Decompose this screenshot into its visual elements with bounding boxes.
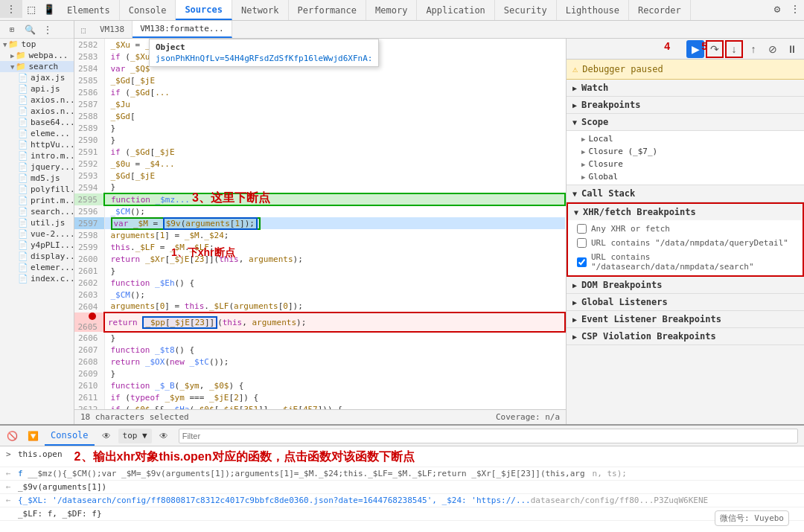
tree-item-webpa[interactable]: ▶ 📁 webpa... <box>0 50 74 61</box>
console-filter-btn[interactable]: 👁 <box>155 427 173 445</box>
section-csp-violation[interactable]: ▶ CSP Violation Breakpoints <box>567 328 804 345</box>
tree-item-print[interactable]: 📄 print.m... <box>0 195 74 206</box>
scope-global-arrow: ▶ <box>581 173 585 181</box>
scope-local-label: Local <box>588 134 613 144</box>
file-tab-vm138-fmt[interactable]: VM138:formatte... <box>133 21 232 38</box>
tree-item-axios1[interactable]: 📄 axios.n... <box>0 94 74 106</box>
scope-local[interactable]: ▶ Local <box>567 132 804 145</box>
tree-item-ajax[interactable]: 📄 ajax.js <box>0 72 74 83</box>
tree-item-search[interactable]: ▼ 📁 search <box>0 61 74 72</box>
sidebar-toggle-btn[interactable]: ⊞ <box>3 21 21 39</box>
scope-global[interactable]: ▶ Global <box>567 170 804 183</box>
tab-security[interactable]: Security <box>495 0 557 20</box>
sidebar-more-btn[interactable]: ⋮ <box>39 21 57 39</box>
device-btn[interactable]: 📱 <box>40 0 58 18</box>
xhr-section-header[interactable]: ▼ XHR/fetch Breakpoints <box>568 204 803 220</box>
tab-recorder[interactable]: Recorder <box>629 0 691 20</box>
tree-item-eleme[interactable]: 📄 eleme... <box>0 128 74 139</box>
step-into-btn[interactable]: ↓ <box>725 40 743 58</box>
tab-application[interactable]: Application <box>417 0 494 20</box>
watch-arrow: ▶ <box>572 84 577 92</box>
settings-btn[interactable]: ⚙ <box>768 0 786 18</box>
section-breakpoints-label: Breakpoints <box>581 100 640 110</box>
section-breakpoints[interactable]: ▶ Breakpoints <box>567 97 804 114</box>
tree-item-indexc[interactable]: 📄 index.c... <box>0 273 74 284</box>
dom-bp-label: DOM Breakpoints <box>581 280 662 290</box>
console-context-selector[interactable]: top ▼ <box>118 429 152 443</box>
section-callstack[interactable]: ▼ Call Stack <box>567 185 804 202</box>
devtools-menu-btn[interactable]: ⋮ <box>0 0 22 18</box>
file-tab-vm138[interactable]: VM138 <box>92 21 133 38</box>
xhr-search-checkbox[interactable] <box>577 257 587 267</box>
console-result4: _$LF: f, _$DF: f} <box>0 507 804 521</box>
deactivate-btn[interactable]: ⊘ <box>764 40 782 58</box>
sidebar-search-btn[interactable]: 🔍 <box>21 21 39 39</box>
tree-item-util[interactable]: 📄 util.js <box>0 217 74 228</box>
console-filter-toggle[interactable]: 🔽 <box>24 427 42 445</box>
console-step2-annotation: > this.open 2、输出xhr对象this.open对应的函数，点击函数… <box>0 448 804 467</box>
tree-item-search-file[interactable]: 📄 search... <box>0 206 74 217</box>
tab-lighthouse[interactable]: Lighthouse <box>557 0 629 20</box>
console-result2: ← _$9v(arguments[1]) <box>0 481 804 494</box>
code-line-2605: 2605 return _$pp[_$jE[23]](this, argumen… <box>74 313 565 332</box>
tab-elements[interactable]: Elements <box>58 0 120 20</box>
section-global-listeners[interactable]: ▶ Global Listeners <box>567 294 804 311</box>
step-over-btn[interactable]: ↷ <box>706 40 724 58</box>
section-dom-breakpoints[interactable]: ▶ DOM Breakpoints <box>567 277 804 294</box>
code-line-2609: 2609 } <box>74 368 565 379</box>
section-event-listeners[interactable]: ▶ Event Listener Breakpoints <box>567 311 804 328</box>
tree-item-y4p[interactable]: 📄 y4pPLI... <box>0 240 74 251</box>
code-line-2603: 2603 _$CM(); <box>74 289 565 301</box>
more-btn[interactable]: ⋮ <box>786 0 804 18</box>
tree-item-intro[interactable]: 📄 intro.m... <box>0 150 74 161</box>
tab-sources[interactable]: Sources <box>176 0 232 20</box>
code-line-2590: 2590 } <box>74 134 565 146</box>
inspect-btn[interactable]: ⬚ <box>22 0 40 18</box>
section-scope[interactable]: ▼ Scope <box>567 114 804 131</box>
code-content[interactable]: 2582 _$Xu = _$Gd[_$... 2583 if (_$Xu && … <box>74 39 566 409</box>
file-nav-left[interactable]: ⬚ <box>74 21 92 39</box>
console-clear-btn[interactable]: 🚫 <box>3 427 21 445</box>
tab-performance[interactable]: Performance <box>289 0 366 20</box>
xhr-any-checkbox[interactable] <box>577 224 587 234</box>
code-line-2606: 2606 } <box>74 332 565 344</box>
debugger-paused-notice: ⚠ Debugger paused <box>567 60 804 80</box>
pause-exception-btn[interactable]: ⏸ <box>783 40 801 58</box>
console-left-arrow2: ← <box>6 482 15 492</box>
tab-network[interactable]: Network <box>232 0 289 20</box>
code-line-2598: 2598 arguments[1] = _$M._$24; <box>74 229 565 241</box>
scope-closure2-arrow: ▶ <box>581 161 585 168</box>
console-cmd-this-open: this.open <box>18 449 63 459</box>
tree-item-axios2[interactable]: 📄 axios.n... <box>0 106 74 117</box>
section-scope-label: Scope <box>581 117 608 127</box>
tab-memory[interactable]: Memory <box>366 0 417 20</box>
xhr-any-text: Any XHR or fetch <box>591 224 670 234</box>
code-line-2599: 2599 this._$LF = _$M._$LF; <box>74 241 565 253</box>
status-selection: 18 characters selected <box>80 412 189 422</box>
console-filter-input[interactable] <box>179 429 798 443</box>
tree-item-polyfill[interactable]: 📄 polyfill... <box>0 184 74 195</box>
console-eye-btn[interactable]: 👁 <box>98 427 115 445</box>
code-line-2589: 2589 } <box>74 122 565 134</box>
tree-item-md5[interactable]: 📄 md5.js <box>0 173 74 184</box>
xhr-querydetail-checkbox[interactable] <box>577 238 587 248</box>
annotation-step2-text: 2、输出xhr对象this.open对应的函数，点击函数对该函数下断点 <box>74 449 415 465</box>
tree-item-display[interactable]: 📄 display... <box>0 251 74 262</box>
tree-item-api[interactable]: 📄 api.js <box>0 83 74 94</box>
console-context-label: top ▼ <box>123 431 147 440</box>
section-watch[interactable]: ▶ Watch <box>567 80 804 97</box>
step-out-btn[interactable]: ↑ <box>744 40 762 58</box>
code-line-2596: 2596 _$CM(); <box>74 205 565 217</box>
tree-item-elemer2[interactable]: 📄 elemer... <box>0 262 74 273</box>
console-tab-console[interactable]: Console <box>45 426 95 446</box>
tree-item-jquery[interactable]: 📄 jquery... <box>0 161 74 173</box>
tab-console[interactable]: Console <box>120 0 176 20</box>
tree-item-top[interactable]: ▼ 📁 top <box>0 39 74 50</box>
scope-arrow: ▼ <box>572 118 577 126</box>
tree-item-httpvu[interactable]: 📄 httpVu... <box>0 139 74 150</box>
tree-item-vue[interactable]: 📄 vue-2.... <box>0 228 74 240</box>
right-panel: ▶ ↷ ↓ ↑ ⊘ ⏸ 4 5 ⚠ <box>566 39 804 424</box>
scope-closure2[interactable]: ▶ Closure <box>567 158 804 170</box>
scope-closure1[interactable]: ▶ Closure (_$7_) <box>567 145 804 158</box>
tree-item-base64[interactable]: 📄 base64... <box>0 117 74 128</box>
